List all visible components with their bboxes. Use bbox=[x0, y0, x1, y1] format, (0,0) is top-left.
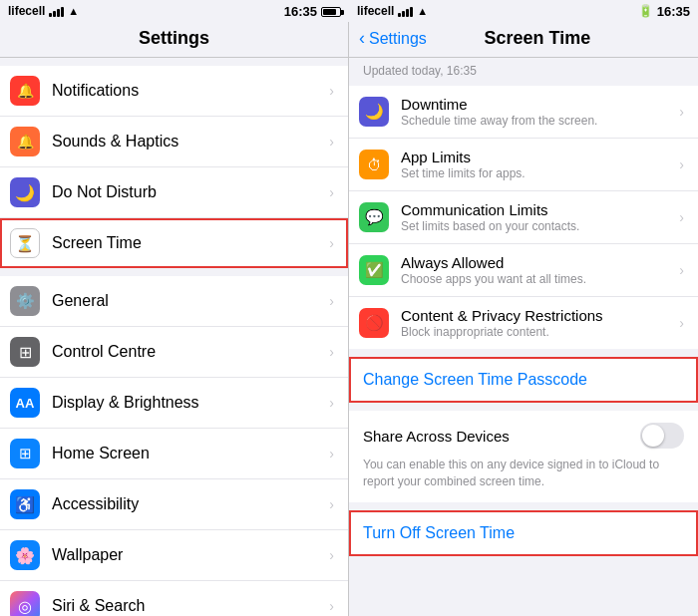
left-wifi-icon: ▲ bbox=[68, 5, 79, 17]
settings-item-siri[interactable]: ◎ Siri & Search › bbox=[0, 581, 348, 616]
share-row: Share Across Devices bbox=[363, 423, 684, 449]
left-status-left: lifecell ▲ bbox=[8, 4, 79, 18]
change-passcode-label: Change Screen Time Passcode bbox=[363, 371, 587, 388]
general-icon: ⚙️ bbox=[10, 286, 40, 316]
screen-time-header-title: Screen Time bbox=[427, 28, 648, 49]
home-screen-chevron: › bbox=[329, 446, 334, 462]
downtime-sub: Schedule time away from the screen. bbox=[401, 114, 679, 128]
rbar2 bbox=[402, 11, 405, 17]
share-toggle[interactable] bbox=[640, 423, 684, 449]
rbar3 bbox=[406, 9, 409, 17]
accessibility-label: Accessibility bbox=[52, 495, 329, 513]
rbar4 bbox=[410, 7, 413, 17]
home-screen-icon: ⊞ bbox=[10, 439, 40, 468]
dnd-label: Do Not Disturb bbox=[52, 183, 329, 201]
left-time: 16:35 bbox=[284, 4, 317, 19]
screen-time-label: Screen Time bbox=[52, 234, 329, 252]
communication-limits-sub: Set limits based on your contacts. bbox=[401, 219, 679, 233]
communication-limits-texts: Communication Limits Set limits based on… bbox=[401, 201, 679, 233]
screen-time-items: 🌙 Downtime Schedule time away from the s… bbox=[349, 86, 698, 349]
communication-limits-item[interactable]: 💬 Communication Limits Set limits based … bbox=[349, 191, 698, 244]
communication-limits-chevron: › bbox=[679, 209, 684, 225]
change-passcode-button[interactable]: Change Screen Time Passcode bbox=[349, 357, 698, 403]
home-screen-label: Home Screen bbox=[52, 445, 329, 462]
left-battery-icon bbox=[321, 4, 341, 18]
app-limits-item[interactable]: ⏱ App Limits Set time limits for apps. › bbox=[349, 139, 698, 191]
turn-off-label: Turn Off Screen Time bbox=[363, 524, 515, 541]
downtime-texts: Downtime Schedule time away from the scr… bbox=[401, 96, 679, 128]
notifications-label: Notifications bbox=[52, 82, 329, 100]
right-signal bbox=[398, 5, 413, 17]
settings-item-wallpaper[interactable]: 🌸 Wallpaper › bbox=[0, 530, 348, 581]
dual-pane: Settings 🔔 Notifications › 🔔 Sounds & Ha… bbox=[0, 22, 698, 616]
content-privacy-title: Content & Privacy Restrictions bbox=[401, 307, 679, 324]
left-panel: Settings 🔔 Notifications › 🔔 Sounds & Ha… bbox=[0, 22, 349, 616]
battery-fill bbox=[323, 9, 336, 15]
status-bars: lifecell ▲ 16:35 lifecell bbox=[0, 0, 698, 22]
settings-item-screen-time[interactable]: ⏳ Screen Time › bbox=[0, 218, 348, 268]
content-privacy-item[interactable]: 🚫 Content & Privacy Restrictions Block i… bbox=[349, 297, 698, 349]
toggle-knob bbox=[642, 425, 664, 447]
downtime-title: Downtime bbox=[401, 96, 679, 113]
share-section: Share Across Devices You can enable this… bbox=[349, 411, 698, 502]
general-chevron: › bbox=[329, 293, 334, 309]
settings-item-accessibility[interactable]: ♿ Accessibility › bbox=[0, 479, 348, 530]
share-label: Share Across Devices bbox=[363, 428, 510, 445]
right-status-bar: lifecell ▲ 🔋 16:35 bbox=[349, 0, 698, 22]
dnd-icon: 🌙 bbox=[10, 177, 40, 207]
right-wifi-icon: ▲ bbox=[417, 5, 428, 17]
downtime-item[interactable]: 🌙 Downtime Schedule time away from the s… bbox=[349, 86, 698, 139]
notifications-icon: 🔔 bbox=[10, 76, 40, 106]
battery bbox=[321, 7, 341, 17]
app-limits-sub: Set time limits for apps. bbox=[401, 166, 679, 180]
updated-text: Updated today, 16:35 bbox=[349, 58, 698, 84]
content-privacy-chevron: › bbox=[679, 315, 684, 331]
communication-limits-icon: 💬 bbox=[359, 202, 389, 232]
left-status-bar: lifecell ▲ 16:35 bbox=[0, 0, 349, 22]
bar1 bbox=[49, 13, 52, 17]
settings-title: Settings bbox=[139, 28, 209, 48]
settings-item-display[interactable]: AA Display & Brightness › bbox=[0, 378, 348, 429]
always-allowed-item[interactable]: ✅ Always Allowed Choose apps you want at… bbox=[349, 244, 698, 297]
bar4 bbox=[61, 7, 64, 17]
right-status-right: 🔋 16:35 bbox=[638, 4, 690, 19]
accessibility-chevron: › bbox=[329, 496, 334, 512]
left-status-right: 16:35 bbox=[284, 4, 341, 19]
settings-item-notifications[interactable]: 🔔 Notifications › bbox=[0, 66, 348, 117]
left-signal bbox=[49, 5, 64, 17]
app-limits-title: App Limits bbox=[401, 149, 679, 165]
right-panel-header: ‹ Settings Screen Time bbox=[349, 22, 698, 58]
settings-group-2: ⚙️ General › ⊞ Control Centre › AA Displ… bbox=[0, 276, 348, 616]
always-allowed-chevron: › bbox=[679, 262, 684, 278]
bar2 bbox=[53, 11, 56, 17]
right-carrier: lifecell bbox=[357, 4, 394, 18]
app-limits-icon: ⏱ bbox=[359, 150, 389, 179]
settings-item-dnd[interactable]: 🌙 Do Not Disturb › bbox=[0, 167, 348, 218]
bar3 bbox=[57, 9, 60, 17]
notifications-chevron: › bbox=[329, 83, 334, 99]
settings-item-general[interactable]: ⚙️ General › bbox=[0, 276, 348, 327]
settings-item-control-centre[interactable]: ⊞ Control Centre › bbox=[0, 327, 348, 378]
passcode-section: Change Screen Time Passcode bbox=[349, 357, 698, 403]
settings-item-sounds[interactable]: 🔔 Sounds & Haptics › bbox=[0, 117, 348, 167]
right-status-left: lifecell ▲ bbox=[357, 4, 428, 18]
general-label: General bbox=[52, 292, 329, 310]
control-centre-chevron: › bbox=[329, 344, 334, 360]
turn-off-button[interactable]: Turn Off Screen Time bbox=[349, 510, 698, 556]
settings-item-home-screen[interactable]: ⊞ Home Screen › bbox=[0, 429, 348, 479]
downtime-chevron: › bbox=[679, 104, 684, 120]
always-allowed-sub: Choose apps you want at all times. bbox=[401, 272, 679, 286]
always-allowed-texts: Always Allowed Choose apps you want at a… bbox=[401, 254, 679, 286]
downtime-icon: 🌙 bbox=[359, 97, 389, 127]
screen-time-icon-inner: ⏳ bbox=[15, 234, 35, 253]
always-allowed-title: Always Allowed bbox=[401, 254, 679, 271]
display-label: Display & Brightness bbox=[52, 394, 329, 412]
siri-label: Siri & Search bbox=[52, 597, 329, 615]
accessibility-icon: ♿ bbox=[10, 489, 40, 519]
communication-limits-title: Communication Limits bbox=[401, 201, 679, 218]
wallpaper-label: Wallpaper bbox=[52, 546, 329, 564]
back-button[interactable]: ‹ Settings bbox=[359, 28, 427, 49]
app-limits-chevron: › bbox=[679, 156, 684, 172]
content-privacy-icon: 🚫 bbox=[359, 308, 389, 338]
siri-chevron: › bbox=[329, 598, 334, 614]
